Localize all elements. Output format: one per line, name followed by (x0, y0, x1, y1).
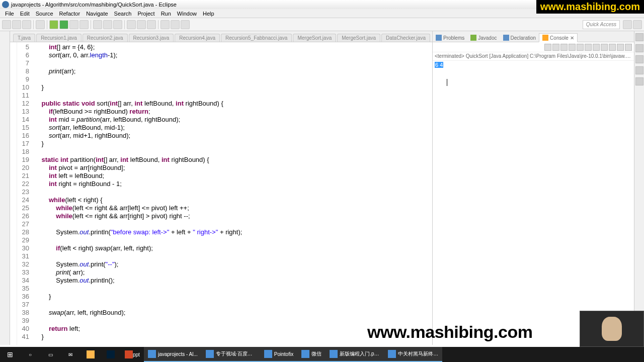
console-toolbar (433, 42, 634, 52)
perspective-debug-button[interactable] (633, 20, 642, 29)
webcam-overlay (580, 311, 644, 347)
menu-source[interactable]: Source (33, 11, 56, 17)
menu-help[interactable]: Help (200, 11, 217, 17)
menu-window[interactable]: Window (174, 11, 200, 17)
tab-javadoc[interactable]: Javadoc (467, 34, 500, 42)
annotation-button[interactable] (147, 20, 156, 29)
clear-console-button[interactable] (569, 44, 576, 51)
editor-tab[interactable]: Recursion4.java (175, 34, 220, 42)
taskbar-app[interactable]: 中关村黑马新终端... (384, 347, 442, 362)
menu-file[interactable]: File (2, 11, 17, 17)
forward-button[interactable] (181, 20, 190, 29)
pin-console-button[interactable] (593, 44, 600, 51)
line-numbers: 5678910111213141516171819202122232425262… (17, 42, 32, 345)
last-edit-button[interactable] (160, 20, 170, 29)
taskbar-app[interactable]: 专于视域·百度搜... (202, 347, 260, 362)
task-list-icon[interactable] (635, 44, 643, 52)
menu-navigate[interactable]: Navigate (83, 11, 111, 17)
debug-button[interactable] (49, 20, 58, 29)
editor-tab[interactable]: MergeSort.java (293, 34, 336, 42)
mail-icon[interactable]: ✉ (60, 347, 80, 362)
start-button[interactable]: ⊞ (0, 347, 20, 362)
right-panel-tabs: Problems Javadoc Declaration Console ✕ (433, 31, 634, 42)
javadoc-icon (470, 35, 476, 41)
console-icon (542, 35, 548, 41)
editor-tab[interactable]: Recursion2.java (83, 34, 128, 42)
right-trim (634, 31, 644, 345)
editor-area: T.javaRecursion1.javaRecursion2.javaRecu… (10, 31, 433, 345)
save-all-button[interactable] (22, 20, 31, 29)
right-panel: Problems Javadoc Declaration Console ✕ <… (433, 31, 634, 345)
menu-project[interactable]: Project (134, 11, 157, 17)
windows-taskbar: ⊞ ○ ▭ ✉ ppt javaprojects - Al...专于视域·百度搜… (0, 347, 644, 362)
console-selected-text: 6 4 (435, 62, 443, 68)
window-title: javaprojects - Algorithm/src/com/mashibi… (11, 2, 177, 8)
tab-problems[interactable]: Problems (433, 34, 467, 42)
external-tools-button[interactable] (79, 20, 89, 29)
console-output[interactable]: 6 4 (433, 61, 634, 345)
left-trim (0, 31, 10, 345)
eclipse-icon (2, 1, 9, 8)
problems-icon (436, 35, 442, 41)
open-type-button[interactable] (113, 20, 122, 29)
console-cursor (447, 79, 447, 86)
maximize-button[interactable] (625, 44, 632, 51)
editor-tab[interactable]: T.java (13, 34, 35, 42)
watermark-overlay: www.mashibing.com (367, 322, 532, 342)
task-view-icon[interactable]: ▭ (40, 347, 60, 362)
menu-refactor[interactable]: Refactor (56, 11, 84, 17)
outline-view-icon[interactable] (635, 33, 643, 41)
editor-tabs: T.javaRecursion1.javaRecursion2.javaRecu… (10, 31, 432, 42)
marker-bar (10, 42, 17, 345)
new-class-button[interactable] (93, 20, 102, 29)
console-status: <terminated> QuickSort [Java Application… (433, 52, 634, 61)
coverage-button[interactable] (69, 20, 78, 29)
tab-declaration[interactable]: Declaration (500, 34, 539, 42)
taskbar-app[interactable]: 微信 (297, 347, 326, 362)
package-explorer-icon[interactable] (635, 55, 643, 63)
display-console-button[interactable] (601, 44, 608, 51)
main-toolbar: Quick Access (0, 18, 644, 31)
search-button[interactable] (127, 20, 136, 29)
explorer-icon[interactable] (80, 347, 101, 362)
menu-run[interactable]: Run (158, 11, 174, 17)
navigator-icon[interactable] (635, 77, 643, 85)
powerpoint-icon[interactable]: ppt (121, 347, 144, 362)
terminate-button[interactable] (544, 44, 551, 51)
remove-launch-button[interactable] (552, 44, 559, 51)
menu-edit[interactable]: Edit (17, 11, 33, 17)
minimize-button[interactable] (617, 44, 624, 51)
type-hierarchy-icon[interactable] (635, 66, 643, 74)
run-button[interactable] (59, 20, 68, 29)
taskbar-app[interactable]: Pointofix (260, 347, 297, 362)
perspective-java-button[interactable] (623, 20, 632, 29)
open-console-button[interactable] (609, 44, 616, 51)
new-package-button[interactable] (103, 20, 112, 29)
word-wrap-button[interactable] (585, 44, 592, 51)
menu-search[interactable]: Search (111, 11, 135, 17)
remove-all-button[interactable] (560, 44, 568, 51)
toggle-mark-button[interactable] (137, 20, 146, 29)
taskbar-app[interactable]: javaprojects - Al... (144, 347, 202, 362)
editor-tab[interactable]: DataChecker.java (381, 34, 430, 42)
quick-access-input[interactable]: Quick Access (583, 20, 620, 29)
scroll-lock-button[interactable] (577, 44, 584, 51)
editor-tab[interactable]: Recursion3.java (129, 34, 174, 42)
editor-tab[interactable]: Recursion5_Fabbnacci.java (221, 34, 292, 42)
code-editor[interactable]: int[] arr = {4, 6}; sort(arr, 0, arr.len… (32, 42, 432, 345)
cortana-icon[interactable]: ○ (20, 347, 40, 362)
photoshop-icon[interactable] (101, 347, 121, 362)
build-button[interactable] (36, 20, 45, 29)
editor-tab[interactable]: MergeSort.java (337, 34, 380, 42)
tab-console[interactable]: Console ✕ (539, 33, 578, 42)
taskbar-app[interactable]: 新版编程入门.pptx... (326, 347, 384, 362)
back-button[interactable] (171, 20, 180, 29)
editor-tab[interactable]: Recursion1.java (36, 34, 82, 42)
declaration-icon (503, 35, 509, 41)
save-button[interactable] (12, 20, 21, 29)
watermark-banner: www.mashibing.com (536, 0, 644, 14)
new-button[interactable] (2, 20, 11, 29)
